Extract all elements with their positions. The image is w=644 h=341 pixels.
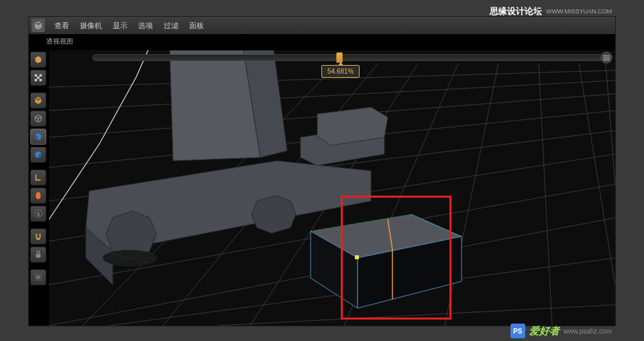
app-window: 查看 摄像机 显示 选项 过滤 面板 透视视图 S <box>28 16 616 326</box>
tool-l-shape[interactable] <box>30 169 46 186</box>
tool-mouse[interactable] <box>30 188 46 204</box>
tool-lock[interactable] <box>30 247 46 263</box>
tool-cube-blue-left[interactable] <box>30 129 46 145</box>
svg-rect-2 <box>37 76 40 79</box>
menu-panel[interactable]: 面板 <box>184 21 209 31</box>
slider-handle[interactable] <box>336 52 343 63</box>
svg-rect-0 <box>35 74 38 77</box>
tool-cube-outline[interactable] <box>30 111 46 127</box>
tool-cube-fill[interactable] <box>30 52 46 68</box>
viewport[interactable] <box>49 50 615 326</box>
viewport-label: 透视视图 <box>46 37 73 46</box>
menubar: 查看 摄像机 显示 选项 过滤 面板 <box>29 17 615 34</box>
menu-view[interactable]: 查看 <box>49 21 74 31</box>
menu-camera[interactable]: 摄像机 <box>74 21 107 31</box>
watermark-bottom-title: 爱好者 <box>529 325 559 338</box>
tool-cube-gold[interactable] <box>30 92 46 109</box>
left-toolbar: S <box>29 50 48 287</box>
svg-rect-3 <box>35 79 38 82</box>
tool-sphere-s[interactable]: S <box>30 206 46 222</box>
tool-magnet[interactable] <box>30 228 46 245</box>
svg-rect-4 <box>40 79 42 82</box>
tool-checker[interactable] <box>30 70 46 86</box>
watermark-bottom-url: www.psahz.com <box>564 328 612 335</box>
slider-tooltip: 54.681% <box>321 65 360 78</box>
watermark-top-url: WWW.MISSYUAN.COM <box>546 8 612 15</box>
svg-text:S: S <box>37 212 40 216</box>
watermark-bottom: PS 爱好者 www.psahz.com <box>511 324 612 338</box>
svg-rect-1 <box>40 74 42 77</box>
svg-rect-37 <box>355 255 359 259</box>
app-icon[interactable] <box>32 19 45 32</box>
menu-filter[interactable]: 过滤 <box>158 21 184 31</box>
viewport-menu-icon[interactable] <box>600 52 612 64</box>
svg-rect-7 <box>36 254 41 257</box>
tool-grid[interactable] <box>30 269 46 285</box>
tool-cube-blue-right[interactable] <box>30 147 46 163</box>
watermark-logo: PS <box>511 324 525 338</box>
menu-options[interactable]: 选项 <box>133 21 158 31</box>
slider-track[interactable] <box>93 54 604 61</box>
menu-display[interactable]: 显示 <box>107 21 133 31</box>
